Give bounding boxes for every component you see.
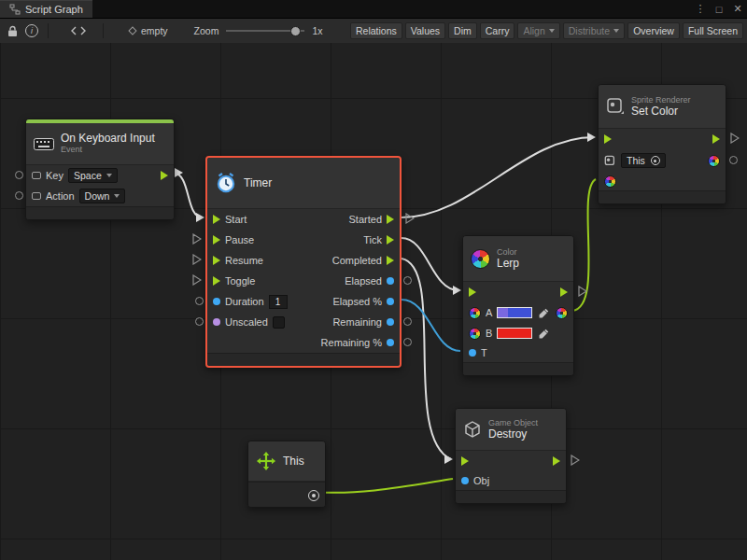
node-destroy[interactable]: Game Object Destroy Obj bbox=[455, 408, 567, 504]
unconnected-flow-indicator bbox=[730, 133, 740, 144]
flow-out-port[interactable] bbox=[387, 235, 394, 245]
flow-in-port[interactable] bbox=[213, 235, 220, 245]
flow-out-port[interactable] bbox=[161, 171, 168, 180]
flow-out-port[interactable] bbox=[553, 456, 560, 466]
node-footer bbox=[26, 206, 174, 219]
color-port[interactable] bbox=[469, 328, 481, 340]
object-picker-icon[interactable] bbox=[651, 156, 660, 165]
data-out-port[interactable] bbox=[387, 318, 394, 326]
data-in-port[interactable] bbox=[213, 298, 220, 305]
wire-started-to-setcolor[interactable] bbox=[402, 137, 594, 217]
unconnected-flow-indicator bbox=[405, 213, 415, 224]
duration-input[interactable] bbox=[269, 295, 288, 309]
flow-in-port[interactable] bbox=[213, 276, 220, 286]
tab-title: Script Graph bbox=[25, 4, 83, 15]
data-out-port[interactable] bbox=[387, 298, 394, 305]
zoom-value: 1x bbox=[312, 25, 322, 36]
node-header: Color Lerp bbox=[463, 236, 573, 282]
unconnected-port-indicator bbox=[403, 338, 412, 346]
port-label: Started bbox=[349, 214, 382, 225]
flow-out-port[interactable] bbox=[387, 256, 394, 265]
port-label: Toggle bbox=[225, 275, 255, 287]
port-label: Elapsed bbox=[345, 275, 382, 287]
eyedropper-icon[interactable] bbox=[539, 308, 549, 318]
node-title: Set Color bbox=[631, 105, 691, 118]
data-in-port[interactable] bbox=[213, 318, 220, 326]
data-in-port[interactable] bbox=[469, 349, 476, 357]
chevron-down-icon bbox=[613, 29, 619, 33]
action-dropdown[interactable]: Down bbox=[79, 189, 126, 203]
node-title: This bbox=[283, 455, 304, 468]
relations-button[interactable]: Relations bbox=[350, 22, 402, 39]
flow-in-port[interactable] bbox=[461, 456, 469, 466]
game-object-cube-icon bbox=[463, 420, 482, 439]
distribute-button[interactable]: Distribute bbox=[563, 22, 625, 39]
color-out-port[interactable] bbox=[708, 155, 720, 167]
color-in-port[interactable] bbox=[604, 175, 616, 188]
wire-keyboard-to-timer-start[interactable] bbox=[173, 173, 203, 217]
unscaled-checkbox[interactable] bbox=[273, 316, 285, 329]
node-footer bbox=[456, 490, 566, 503]
graph-breadcrumb-empty[interactable]: empty bbox=[141, 25, 168, 36]
dim-button[interactable]: Dim bbox=[448, 22, 477, 39]
node-title: Timer bbox=[244, 177, 272, 189]
port-label-action: Action bbox=[46, 190, 75, 202]
window-maximize-icon[interactable]: □ bbox=[710, 4, 728, 15]
overview-button[interactable]: Overview bbox=[627, 22, 680, 39]
info-icon[interactable]: i bbox=[21, 24, 42, 37]
wire-arrowhead bbox=[444, 455, 453, 464]
data-out-port[interactable] bbox=[387, 277, 394, 285]
node-set-color[interactable]: Sprite Renderer Set Color This bbox=[598, 84, 726, 204]
unconnected-port-indicator bbox=[15, 171, 23, 179]
wire-this-to-destroy-obj[interactable] bbox=[316, 479, 453, 493]
data-in-port[interactable] bbox=[461, 477, 469, 484]
angle-brackets-icon[interactable] bbox=[67, 26, 90, 35]
flow-out-port[interactable] bbox=[560, 287, 568, 297]
align-button[interactable]: Align bbox=[517, 22, 559, 39]
full-screen-button[interactable]: Full Screen bbox=[683, 22, 743, 39]
zoom-slider[interactable] bbox=[226, 30, 304, 32]
node-subtitle: Event bbox=[61, 145, 155, 155]
node-title: Lerp bbox=[497, 258, 519, 270]
color-b-field[interactable] bbox=[497, 328, 532, 339]
window-close-icon[interactable]: ✕ bbox=[728, 3, 747, 15]
flow-in-port[interactable] bbox=[469, 287, 476, 297]
flow-out-port[interactable] bbox=[387, 215, 394, 224]
zoom-label: Zoom bbox=[194, 25, 219, 36]
title-bar: Script Graph ⋮ □ ✕ bbox=[0, 0, 747, 19]
node-timer[interactable]: Timer Start Started Pause Tick Resume Co… bbox=[205, 156, 402, 368]
zoom-slider-handle[interactable] bbox=[290, 26, 301, 36]
data-out-port[interactable] bbox=[387, 339, 394, 346]
action-type-icon bbox=[32, 192, 41, 200]
node-header: On Keyboard Input Event bbox=[26, 123, 174, 165]
flow-in-port[interactable] bbox=[213, 215, 220, 224]
node-on-keyboard-input[interactable]: On Keyboard Input Event Key Space Actio bbox=[25, 119, 175, 220]
flow-in-port[interactable] bbox=[213, 256, 220, 265]
node-title: Destroy bbox=[488, 428, 538, 441]
graph-toolbar: i empty Zoom 1x Relations Values Dim Car… bbox=[0, 19, 747, 44]
this-object-field[interactable]: This bbox=[621, 153, 666, 168]
flow-in-port[interactable] bbox=[604, 134, 612, 144]
empty-graph-icon bbox=[124, 26, 141, 35]
values-button[interactable]: Values bbox=[405, 22, 445, 39]
carry-button[interactable]: Carry bbox=[480, 22, 515, 39]
color-port[interactable] bbox=[469, 307, 481, 319]
node-color-lerp[interactable]: Color Lerp A B bbox=[462, 235, 574, 376]
chevron-down-icon bbox=[106, 174, 112, 177]
color-out-port[interactable] bbox=[556, 307, 568, 319]
node-footer bbox=[207, 353, 400, 366]
self-out-port[interactable] bbox=[308, 490, 319, 501]
window-menu-icon[interactable]: ⋮ bbox=[691, 3, 710, 15]
node-this[interactable]: This bbox=[247, 441, 326, 508]
wire-completed-to-destroy[interactable] bbox=[402, 259, 451, 459]
sprite-renderer-port-icon[interactable] bbox=[604, 155, 616, 167]
graph-canvas[interactable]: On Keyboard Input Event Key Space Actio bbox=[0, 43, 747, 560]
key-dropdown[interactable]: Space bbox=[68, 168, 118, 183]
lock-icon[interactable] bbox=[4, 25, 21, 37]
eyedropper-icon[interactable] bbox=[539, 329, 549, 339]
flow-out-port[interactable] bbox=[712, 134, 720, 144]
unconnected-port-indicator bbox=[195, 317, 204, 326]
timer-clock-icon bbox=[215, 172, 237, 194]
color-a-field[interactable] bbox=[497, 307, 532, 318]
tab-script-graph[interactable]: Script Graph bbox=[0, 0, 92, 18]
